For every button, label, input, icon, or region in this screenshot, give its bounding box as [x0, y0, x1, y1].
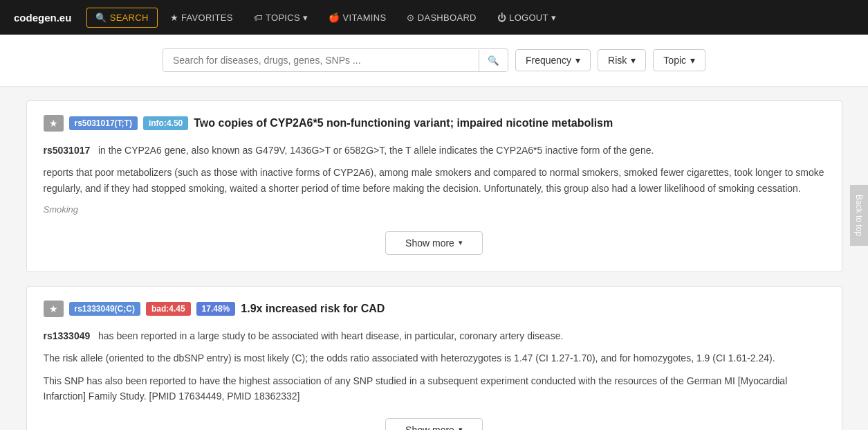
snp-title-2: 1.9x increased risk for CAD: [241, 303, 385, 315]
risk-filter-button[interactable]: Risk ▾: [598, 49, 646, 71]
nav-favorites[interactable]: ★ FAVORITES: [162, 8, 241, 27]
show-more-chevron-1: ▾: [459, 238, 463, 247]
card-body-2: rs1333049 has been reported in a large s…: [44, 328, 825, 404]
vitamins-icon: 🍎: [329, 12, 340, 23]
star-icon: ★: [170, 12, 178, 23]
topic-chevron-icon: ▾: [690, 55, 695, 66]
topics-chevron-icon: ▾: [303, 12, 308, 23]
search-icon: 🔍: [95, 12, 107, 23]
snp-text2-1: reports that poor metabolizers (such as …: [44, 165, 825, 196]
snp-title-1: Two copies of CYP2A6*5 non-functioning v…: [194, 117, 613, 129]
risk-chevron-icon: ▾: [631, 55, 636, 66]
show-more-row-1: Show more ▾: [44, 224, 825, 258]
snp-header-1: ★ rs5031017(T;T) info:4.50 Two copies of…: [44, 115, 825, 132]
bad-badge-2: bad:4.45: [146, 302, 191, 316]
nav-topics[interactable]: 🏷 TOPICS ▾: [246, 8, 317, 27]
show-more-row-2: Show more ▾: [44, 411, 825, 430]
snp-text1-2: has been reported in a large study to be…: [98, 330, 563, 341]
snp-text3-2: This SNP has also been reported to have …: [44, 373, 825, 404]
star-icon-2: ★: [49, 303, 58, 314]
snp-tag-1: Smoking: [44, 203, 825, 217]
search-area: 🔍 Frequency ▾ Risk ▾ Topic ▾: [0, 35, 868, 87]
snp-text2-2: The risk allele (oriented to the dbSNP e…: [44, 350, 825, 366]
tag-icon: 🏷: [254, 12, 263, 23]
logout-chevron-icon: ▾: [551, 12, 556, 23]
navbar: codegen.eu 🔍 SEARCH ★ FAVORITES 🏷 TOPICS…: [0, 0, 868, 35]
favorite-button-1[interactable]: ★: [44, 115, 64, 132]
percent-badge-2: 17.48%: [196, 302, 236, 316]
nav-search[interactable]: 🔍 SEARCH: [86, 8, 157, 28]
dashboard-icon: ⊙: [407, 12, 414, 23]
nav-logout[interactable]: ⏻ LOGOUT ▾: [489, 8, 564, 27]
nav-vitamins[interactable]: 🍎 VITAMINS: [320, 8, 394, 27]
search-box: 🔍: [163, 48, 508, 72]
star-icon-1: ★: [49, 118, 58, 129]
search-submit-button[interactable]: 🔍: [479, 50, 508, 71]
snp-id-badge-2: rs1333049(C;C): [69, 302, 140, 316]
search-input[interactable]: [163, 49, 479, 71]
brand-logo[interactable]: codegen.eu: [14, 12, 71, 24]
card-body-1: rs5031017 in the CYP2A6 gene, also known…: [44, 143, 825, 217]
logout-icon: ⏻: [497, 12, 506, 23]
show-more-button-1[interactable]: Show more ▾: [385, 231, 483, 255]
favorite-button-2[interactable]: ★: [44, 301, 64, 317]
show-more-chevron-2: ▾: [459, 425, 463, 430]
back-to-top-button[interactable]: Back to top: [850, 184, 868, 245]
topic-filter-button[interactable]: Topic ▾: [653, 49, 705, 71]
snp-id-text-2: rs1333049: [44, 330, 91, 341]
card-rs5031017: ★ rs5031017(T;T) info:4.50 Two copies of…: [26, 100, 842, 272]
nav-dashboard[interactable]: ⊙ DASHBOARD: [398, 8, 484, 27]
card-rs1333049: ★ rs1333049(C;C) bad:4.45 17.48% 1.9x in…: [26, 286, 842, 430]
main-content: ★ rs5031017(T;T) info:4.50 Two copies of…: [12, 87, 856, 430]
frequency-filter-button[interactable]: Frequency ▾: [515, 49, 591, 71]
search-submit-icon: 🔍: [488, 55, 499, 66]
snp-id-badge-1: rs5031017(T;T): [69, 116, 138, 130]
show-more-button-2[interactable]: Show more ▾: [385, 418, 483, 430]
info-badge-1: info:4.50: [143, 116, 188, 130]
snp-text1-1: in the CYP2A6 gene, also known as G479V,…: [98, 145, 654, 156]
snp-id-text-1: rs5031017: [44, 145, 91, 156]
frequency-chevron-icon: ▾: [575, 55, 580, 66]
snp-header-2: ★ rs1333049(C;C) bad:4.45 17.48% 1.9x in…: [44, 301, 825, 317]
